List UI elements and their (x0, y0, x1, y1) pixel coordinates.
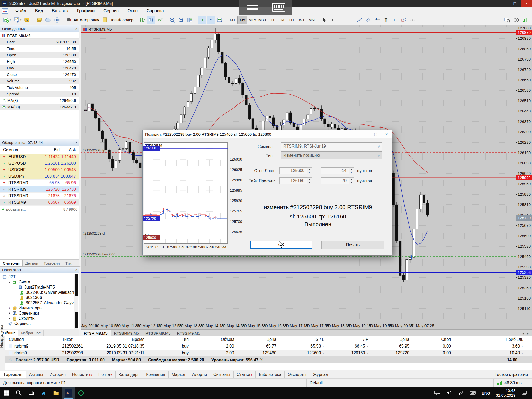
toolbox-tab-компания[interactable]: Компания (143, 371, 168, 378)
stop-loss-points-stepper[interactable]: ▲▼ (349, 167, 354, 174)
cursor-button[interactable] (320, 16, 328, 24)
taskbar-edge-button[interactable]: e (37, 387, 50, 399)
dialog-maximize-button[interactable]: ▢ (370, 130, 381, 138)
line-chart-button[interactable] (156, 16, 164, 24)
connection-status[interactable]: 48.80 ms (494, 379, 532, 387)
print-button[interactable]: Печать (321, 241, 384, 249)
minimize-button[interactable]: ─ (498, 0, 509, 7)
navigator-item-счета[interactable]: -Счета (0, 280, 79, 285)
restore-button[interactable]: ❐ (509, 0, 521, 7)
auto-trading-button[interactable]: Авто-торговля (65, 16, 100, 24)
menu-item-6[interactable]: Окно (123, 8, 142, 14)
horizontal-line-button[interactable] (347, 16, 355, 24)
toolbox-column-2[interactable]: Тикет (58, 337, 101, 342)
market-watch-row-eurusd[interactable]: ▼EURUSD1.114241.11440 (0, 154, 79, 160)
market-watch-tab-Символы[interactable]: Символы (0, 260, 23, 266)
take-profit-input[interactable]: 126160 (279, 177, 307, 184)
symbols-button[interactable]: $ (23, 16, 31, 24)
toolbox-column-11[interactable]: Прибыль (455, 337, 527, 342)
profile-indicator[interactable]: Default (307, 379, 449, 387)
navigator-item-скрипты[interactable]: +Скрипты (0, 316, 79, 321)
notification-center-button[interactable] (521, 390, 527, 397)
tabs-scroll-right-icon[interactable]: ► (526, 332, 529, 335)
keyboard-overlay-button[interactable] (265, 0, 292, 15)
toolbox-tab-эксперты[interactable]: Эксперты (285, 371, 310, 378)
market-watch-tab-Торговля[interactable]: Торговля (41, 260, 63, 266)
bars-chart-button[interactable] (138, 16, 147, 24)
chart-tab-rtsrim9,m5[interactable]: RTSRIM9,M5 (81, 330, 111, 336)
close-position-icon[interactable]: × (520, 344, 523, 348)
layers-button[interactable] (35, 16, 43, 24)
navigator-item-j2t[interactable]: J2T (0, 274, 79, 280)
objects-f-button[interactable]: F (391, 16, 399, 24)
toolbox-tab-почта[interactable]: Почта7 (95, 371, 116, 378)
candles-chart-button[interactable] (147, 16, 155, 24)
stop-loss-points-input[interactable]: -14 (321, 167, 349, 174)
text-tool-button[interactable]: T (382, 16, 390, 24)
toolbox-tab-история[interactable]: История (46, 371, 69, 378)
toolbox-column-9[interactable]: Цена (372, 337, 413, 342)
taskbar-clock[interactable]: 10:4831.05.2019 (496, 388, 515, 398)
collapse-icon[interactable]: - (14, 286, 17, 289)
navigator-item-just2trade-mt5[interactable]: -Just2Trade-MT5 (0, 285, 79, 290)
stop-loss-input[interactable]: 125600 (279, 167, 307, 174)
timeframe-m5-button[interactable]: M5 (237, 16, 247, 24)
navigator-item-индикаторы[interactable]: +fИндикаторы (0, 305, 79, 311)
fibonacci-button[interactable]: F (373, 16, 381, 24)
take-profit-points-input[interactable]: 70 (321, 177, 349, 184)
tray-pen-button[interactable] (458, 390, 464, 397)
menu-item-2[interactable]: Вид (31, 8, 48, 14)
toolbox-tab-статьи[interactable]: Статьи2 (234, 371, 256, 378)
shapes-button[interactable] (400, 16, 408, 24)
close-icon[interactable]: × (75, 141, 77, 145)
tray-network-button[interactable] (434, 390, 440, 397)
remove-tp-icon[interactable]: × (365, 344, 368, 348)
tabs-scroll-left-icon[interactable]: ◄ (522, 332, 525, 335)
ok-button[interactable]: OK (250, 241, 312, 249)
take-profit-stepper[interactable]: ▲▼ (307, 177, 312, 184)
toolbox-tab-сигналы[interactable]: Сигналы (210, 371, 234, 378)
close-button[interactable]: × (521, 0, 532, 7)
symbol-combobox[interactable]: RTSRIM9, RTSI-Jun19∨ (281, 142, 382, 150)
toolbox-column-5[interactable]: Объем (192, 337, 238, 342)
toolbox-tab-календарь[interactable]: Календарь (116, 371, 143, 378)
chart-tab-rtssim9,m5[interactable]: RTSSiM9,M5 (174, 330, 203, 336)
timeframe-d1-button[interactable]: D1 (287, 16, 297, 24)
taskbar-quik-button[interactable] (75, 387, 87, 399)
toolbox-column-3[interactable]: Время (101, 337, 148, 342)
new-chart-button[interactable]: ▾ (2, 16, 12, 24)
stop-loss-stepper[interactable]: ▲▼ (307, 167, 312, 174)
toolbox-tab-торговля[interactable]: Торговля (0, 371, 26, 378)
toolbox-tab-алерты[interactable]: Алерты (189, 371, 210, 378)
toolbox-tab-маркет[interactable]: Маркет (169, 371, 189, 378)
indicators-button[interactable]: f (216, 16, 224, 24)
toolbox-tab-журнал[interactable]: Журнал (310, 371, 331, 378)
menu-item-5[interactable]: Сервис (99, 8, 123, 14)
remove-sl-icon[interactable]: × (321, 344, 324, 348)
cloud-button[interactable] (44, 16, 52, 24)
market-watch-row-gbpusd[interactable]: ▲GBPUSD1.261611.26183 (0, 160, 79, 167)
market-watch-row-rtsbrm9[interactable]: ▼RTSBRM965.9565.96 (0, 180, 79, 186)
navigator-scrollbar[interactable] (74, 274, 78, 329)
taskbar-j2t-button[interactable]: J2T (62, 387, 75, 399)
new-order-button[interactable]: Новый ордер (101, 16, 134, 24)
menu-item-7[interactable]: Справка (142, 8, 168, 14)
tray-touch-keyboard-button[interactable] (470, 390, 476, 397)
toolbox-column-7[interactable]: S / L (280, 337, 328, 342)
tile-windows-button[interactable] (186, 16, 194, 24)
timeframe-mn-button[interactable]: MN (307, 16, 316, 24)
taskbar-start-button[interactable] (0, 387, 12, 399)
time-axis[interactable]: 30 May 201930 May 10:5030 May 11:3530 Ma… (81, 322, 516, 329)
timeframe-h1-button[interactable]: H1 (267, 16, 277, 24)
market-watch-row-usdjpy[interactable]: ▲USDJPY108.834108.847 (0, 173, 79, 180)
signal-button[interactable] (53, 16, 61, 24)
navigator-item-3021366[interactable]: 3021366 (0, 295, 79, 300)
expand-icon[interactable]: + (8, 317, 11, 320)
zoom-preview-button[interactable] (503, 16, 511, 24)
chart-window-icon[interactable] (2, 8, 8, 14)
take-profit-points-stepper[interactable]: ▲▼ (349, 177, 354, 184)
timeframe-h4-button[interactable]: H4 (277, 16, 287, 24)
dialog-minimize-button[interactable]: ─ (359, 130, 370, 138)
position-row[interactable]: rtsrim92125022982019.05.31 07:21:11buy2.… (5, 350, 532, 356)
menu-overlay-button[interactable] (239, 0, 265, 15)
